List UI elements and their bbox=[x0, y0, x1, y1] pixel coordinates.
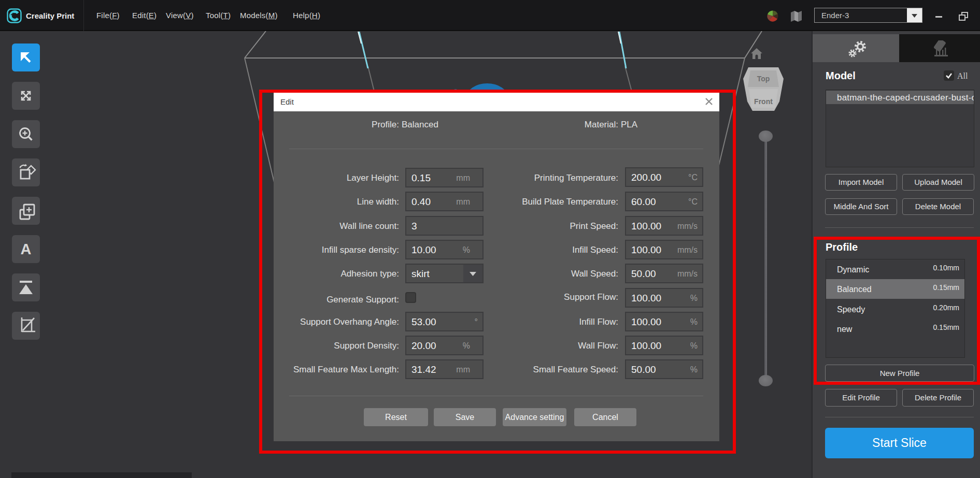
svg-text:Front: Front bbox=[754, 97, 773, 106]
svg-text:Top: Top bbox=[757, 75, 770, 83]
svg-text:A: A bbox=[21, 241, 32, 257]
